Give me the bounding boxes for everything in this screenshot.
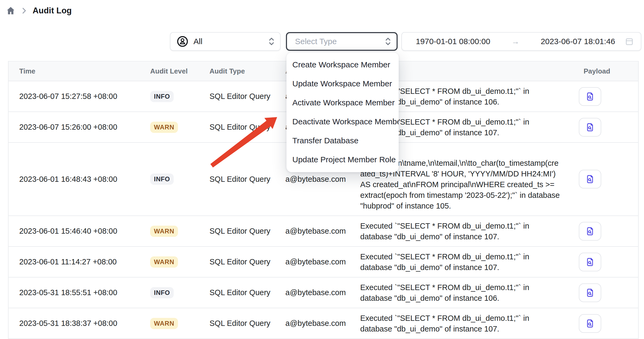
- type-filter-menu: Create Workspace Member Update Workspace…: [286, 52, 399, 172]
- table-row: 2023-05-31 18:55:51 +08:00 INFO SQL Edit…: [9, 278, 638, 308]
- cell-level: INFO: [150, 174, 210, 185]
- home-icon[interactable]: [6, 6, 15, 16]
- table-row: 2023-06-01 11:14:27 +08:00 WARN SQL Edit…: [9, 247, 638, 278]
- col-header-payload: Payload: [566, 67, 638, 75]
- cell-audit-type: SQL Editor Query: [210, 175, 285, 184]
- audit-level-badge: WARN: [150, 256, 178, 268]
- user-icon: [176, 35, 189, 48]
- user-filter-value: All: [193, 37, 263, 46]
- view-payload-button[interactable]: [579, 253, 601, 271]
- menu-item-update-project-member[interactable]: Update Project Member Role: [286, 150, 399, 169]
- cell-time: 2023-06-07 15:27:58 +08:00: [19, 92, 150, 101]
- cell-audit-type: SQL Editor Query: [210, 319, 285, 328]
- audit-level-badge: WARN: [150, 122, 178, 133]
- cell-level: WARN: [150, 256, 210, 268]
- cell-time: 2023-05-31 18:38:37 +08:00: [19, 319, 150, 328]
- audit-level-badge: INFO: [150, 91, 174, 102]
- cell-level: WARN: [150, 122, 210, 133]
- audit-level-badge: INFO: [150, 287, 174, 298]
- breadcrumb-chevron-icon: [21, 7, 27, 14]
- cell-time: 2023-06-01 11:14:27 +08:00: [19, 257, 150, 266]
- cell-audit-type: SQL Editor Query: [210, 92, 285, 101]
- date-range-picker[interactable]: 1970-01-01 08:00:00 → 2023-06-07 18:01:4…: [401, 32, 641, 51]
- cell-payload: [566, 222, 638, 241]
- cell-audit-type: SQL Editor Query: [210, 123, 285, 132]
- view-payload-button[interactable]: [579, 118, 601, 137]
- audit-level-badge: WARN: [150, 226, 178, 237]
- menu-item-deactivate-workspace-member[interactable]: Deactivate Workspace Member: [286, 112, 399, 131]
- cell-payload: [566, 118, 638, 137]
- document-search-icon: [585, 122, 595, 132]
- calendar-icon[interactable]: [625, 37, 634, 46]
- cell-actor: a@bytebase.com: [285, 227, 360, 236]
- cell-payload: [566, 283, 638, 302]
- cell-payload: [566, 253, 638, 271]
- user-filter-select[interactable]: All: [170, 32, 281, 51]
- cell-comment: Executed `"SELECT * FROM db_ui_demo.t1;"…: [360, 278, 566, 308]
- document-search-icon: [585, 91, 595, 102]
- view-payload-button[interactable]: [579, 222, 601, 241]
- view-payload-button[interactable]: [579, 87, 601, 106]
- menu-item-create-workspace-member[interactable]: Create Workspace Member: [286, 55, 399, 74]
- audit-log-page: Audit Log All Select Type 1970-01-01 08:…: [0, 0, 644, 339]
- cell-payload: [566, 87, 638, 106]
- type-filter-placeholder: Select Type: [295, 37, 385, 46]
- page-title: Audit Log: [33, 6, 72, 16]
- audit-level-badge: WARN: [150, 318, 178, 329]
- view-payload-button[interactable]: [579, 170, 601, 188]
- type-filter-select[interactable]: Select Type: [286, 32, 398, 51]
- cell-payload: [566, 170, 638, 188]
- cell-actor: a@bytebase.com: [285, 319, 360, 328]
- table-row: 2023-06-01 15:46:40 +08:00 WARN SQL Edit…: [9, 216, 638, 247]
- document-search-icon: [585, 288, 595, 298]
- document-search-icon: [585, 174, 595, 184]
- cell-time: 2023-06-01 16:48:43 +08:00: [19, 175, 150, 184]
- menu-item-activate-workspace-member[interactable]: Activate Workspace Member: [286, 93, 399, 112]
- cell-audit-type: SQL Editor Query: [210, 257, 285, 266]
- document-search-icon: [585, 226, 595, 236]
- cell-level: WARN: [150, 226, 210, 237]
- col-header-level: Audit Level: [150, 67, 210, 75]
- cell-payload: [566, 314, 638, 333]
- cell-level: WARN: [150, 318, 210, 329]
- breadcrumb: Audit Log: [6, 6, 72, 16]
- menu-item-update-workspace-member[interactable]: Update Workspace Member: [286, 74, 399, 93]
- cell-comment: Executed `"SELECT * FROM db_ui_demo.t1;"…: [360, 247, 566, 277]
- date-range-start[interactable]: 1970-01-01 08:00:00: [416, 37, 490, 46]
- cell-actor: a@bytebase.com: [285, 288, 360, 297]
- col-header-time: Time: [19, 67, 150, 75]
- cell-actor: a@bytebase.com: [285, 175, 360, 184]
- audit-level-badge: INFO: [150, 174, 174, 185]
- menu-item-transfer-database[interactable]: Transfer Database: [286, 131, 399, 150]
- chevron-updown-icon: [385, 37, 391, 46]
- document-search-icon: [585, 257, 595, 267]
- view-payload-button[interactable]: [579, 314, 601, 333]
- date-range-end[interactable]: 2023-06-07 18:01:46: [541, 37, 615, 46]
- cell-time: 2023-06-07 15:26:00 +08:00: [19, 123, 150, 132]
- cell-time: 2023-05-31 18:55:51 +08:00: [19, 288, 150, 297]
- cell-time: 2023-06-01 15:46:40 +08:00: [19, 227, 150, 236]
- view-payload-button[interactable]: [579, 283, 601, 302]
- col-header-type: Audit Type: [210, 67, 285, 75]
- cell-comment: Executed `"SELECT * FROM db_ui_demo.t1;"…: [360, 309, 566, 338]
- document-search-icon: [585, 318, 595, 329]
- cell-level: INFO: [150, 287, 210, 298]
- chevron-updown-icon: [268, 37, 275, 46]
- cell-comment: Executed `"SELECT * FROM db_ui_demo.t1;"…: [360, 216, 566, 246]
- cell-audit-type: SQL Editor Query: [210, 288, 285, 297]
- table-row: 2023-05-31 18:38:37 +08:00 WARN SQL Edit…: [9, 308, 638, 339]
- arrow-right-icon: →: [495, 37, 537, 46]
- cell-audit-type: SQL Editor Query: [210, 227, 285, 236]
- cell-actor: a@bytebase.com: [285, 257, 360, 266]
- cell-level: INFO: [150, 91, 210, 102]
